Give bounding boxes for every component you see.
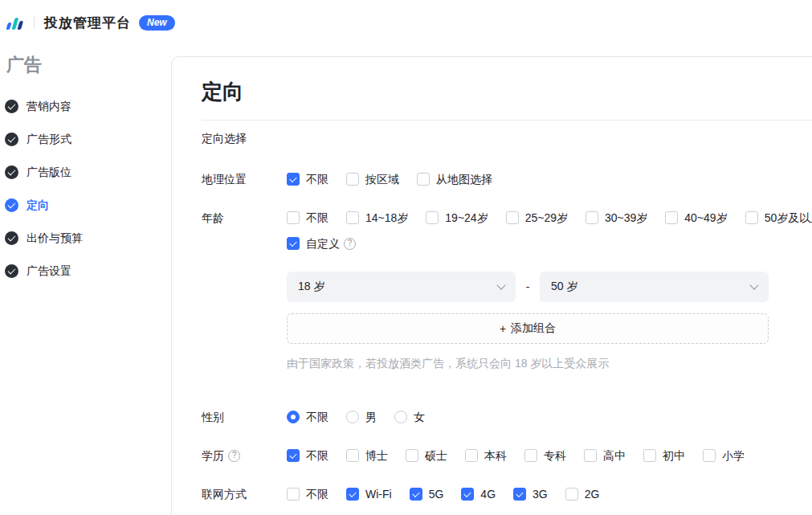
checkbox-option[interactable]: 2G <box>565 485 600 503</box>
checkbox-option[interactable]: 14~18岁 <box>346 209 408 227</box>
row-label-education: 学历 ? <box>202 447 287 464</box>
checkbox-icon <box>287 449 300 462</box>
check-circle-icon <box>5 198 18 212</box>
sidebar-item-广告版位[interactable]: 广告版位 <box>0 156 171 189</box>
age-custom-panel: 18 岁 - 50 岁 + 添加组合 由于国家政策，若投放酒类广告，系统只会 <box>287 272 769 371</box>
option-label: 不限 <box>306 447 328 464</box>
checkbox-icon <box>406 449 418 462</box>
sidebar: 广告 营销内容广告形式广告版位定向出价与预算广告设置 <box>0 45 171 515</box>
checkbox-option[interactable]: 50岁及以上 <box>745 209 812 227</box>
option-label: 本科 <box>484 447 507 464</box>
option-label: 女 <box>414 408 425 426</box>
checkbox-option[interactable]: 小学 <box>703 447 745 464</box>
option-label: 3G <box>532 485 548 503</box>
checkbox-icon <box>410 488 422 501</box>
network-options: 不限Wi-Fi5G4G3G2G <box>287 485 812 503</box>
checkbox-option[interactable]: 按区域 <box>346 170 399 188</box>
checkbox-option[interactable]: 博士 <box>346 447 388 464</box>
checkbox-option[interactable]: 硕士 <box>406 447 447 464</box>
form-row-education: 学历 ? 不限博士硕士本科专科高中初中小学 <box>202 447 812 464</box>
header-divider <box>34 16 35 29</box>
add-combination-label: 添加组合 <box>511 321 556 336</box>
sidebar-item-label: 出价与预算 <box>27 231 83 246</box>
sidebar-item-定向[interactable]: 定向 <box>0 189 171 222</box>
option-label: 专科 <box>544 447 566 464</box>
age-range-row: 18 岁 - 50 岁 <box>287 272 769 302</box>
option-label: 4G <box>480 485 496 503</box>
targeting-form: 地理位置 不限按区域从地图选择 年龄 不限14~18岁19~24岁25~29岁3… <box>202 170 812 503</box>
checkbox-icon <box>346 488 359 501</box>
age-min-value: 18 岁 <box>298 280 324 294</box>
check-circle-icon <box>5 133 18 146</box>
checkbox-option[interactable]: 30~39岁 <box>586 209 647 227</box>
checkbox-option[interactable]: 高中 <box>584 447 626 464</box>
row-label-text: 性别 <box>202 408 224 426</box>
row-label-text: 学历 <box>202 447 224 464</box>
checkbox-option[interactable]: 4G <box>461 485 496 503</box>
row-label-text: 联网方式 <box>202 485 247 503</box>
option-label: 从地图选择 <box>436 170 492 188</box>
check-circle-icon <box>5 264 18 278</box>
option-label: 博士 <box>365 447 388 464</box>
form-row-gender: 性别 不限男女 <box>202 408 812 426</box>
checkbox-option[interactable]: Wi-Fi <box>346 485 392 503</box>
sidebar-item-广告设置[interactable]: 广告设置 <box>0 255 171 288</box>
checkbox-option[interactable]: 不限 <box>287 209 328 227</box>
checkbox-option[interactable]: 从地图选择 <box>417 170 492 188</box>
education-options: 不限博士硕士本科专科高中初中小学 <box>287 447 812 464</box>
checkbox-icon <box>346 449 359 462</box>
age-options: 不限14~18岁19~24岁25~29岁30~39岁40~49岁50岁及以上 <box>287 209 812 227</box>
checkbox-option[interactable]: 19~24岁 <box>426 209 488 227</box>
check-circle-icon <box>5 231 18 245</box>
radio-option[interactable]: 男 <box>346 408 377 426</box>
checkbox-option[interactable]: 40~49岁 <box>665 209 727 227</box>
sidebar-item-营销内容[interactable]: 营销内容 <box>0 90 171 123</box>
checkbox-option[interactable]: 25~29岁 <box>506 209 568 227</box>
title-divider <box>202 120 812 121</box>
help-icon[interactable]: ? <box>344 238 356 250</box>
checkbox-option-custom[interactable]: 自定义 <box>287 235 340 252</box>
add-combination-button[interactable]: + 添加组合 <box>287 313 769 344</box>
help-icon[interactable]: ? <box>228 450 240 462</box>
option-label: 2G <box>585 485 600 503</box>
checkbox-option[interactable]: 5G <box>410 485 444 503</box>
checkbox-option[interactable]: 本科 <box>465 447 507 464</box>
age-max-select[interactable]: 50 岁 <box>540 272 769 302</box>
chevron-down-icon <box>749 280 758 289</box>
row-label-gender: 性别 <box>202 408 287 426</box>
row-label-age: 年龄 <box>202 209 287 227</box>
new-badge: New <box>139 15 175 31</box>
gender-options: 不限男女 <box>287 408 812 426</box>
checkbox-option[interactable]: 不限 <box>287 170 328 188</box>
checkbox-icon <box>745 211 758 224</box>
form-row-location: 地理位置 不限按区域从地图选择 <box>202 170 812 188</box>
checkbox-icon <box>665 211 678 224</box>
sidebar-item-label: 广告形式 <box>27 133 71 147</box>
checkbox-icon <box>287 173 300 186</box>
sidebar-item-广告形式[interactable]: 广告形式 <box>0 123 171 156</box>
radio-option[interactable]: 不限 <box>287 408 328 426</box>
checkbox-icon <box>461 488 474 501</box>
location-options: 不限按区域从地图选择 <box>287 170 812 188</box>
step-list: 营销内容广告形式广告版位定向出价与预算广告设置 <box>0 90 171 288</box>
age-min-select[interactable]: 18 岁 <box>287 272 516 302</box>
checkbox-option[interactable]: 3G <box>513 485 548 503</box>
chevron-down-icon <box>496 280 505 289</box>
age-custom-line: 自定义 ? <box>287 235 812 252</box>
sidebar-item-出价与预算[interactable]: 出价与预算 <box>0 222 171 255</box>
option-label: 按区域 <box>365 170 399 188</box>
checkbox-option[interactable]: 专科 <box>524 447 566 464</box>
checkbox-icon <box>287 488 300 501</box>
radio-option[interactable]: 女 <box>394 408 425 426</box>
checkbox-icon <box>346 211 359 224</box>
checkbox-option[interactable]: 不限 <box>287 447 328 464</box>
checkbox-option[interactable]: 不限 <box>287 485 328 503</box>
plus-icon: + <box>500 322 506 335</box>
app-logo-icon <box>3 11 29 34</box>
page-title: 定向 <box>202 78 812 106</box>
checkbox-icon <box>643 449 656 462</box>
sidebar-section-title: 广告 <box>6 53 171 77</box>
range-separator: - <box>516 280 540 293</box>
option-label: 40~49岁 <box>684 209 727 227</box>
checkbox-option[interactable]: 初中 <box>643 447 685 464</box>
